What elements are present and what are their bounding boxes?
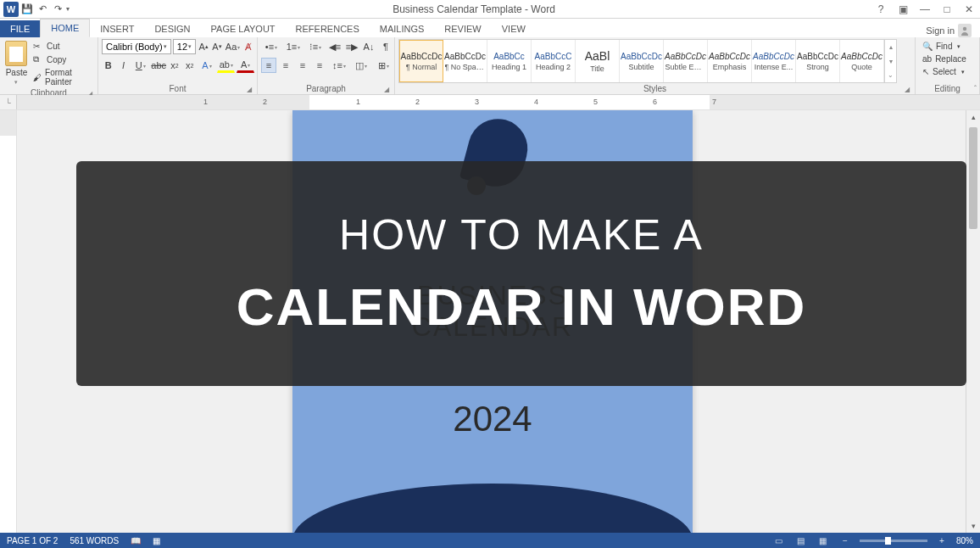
tab-mailings[interactable]: MAILINGS (370, 20, 435, 37)
read-mode-icon[interactable]: ▭ (771, 534, 787, 546)
show-marks-icon[interactable]: ¶ (378, 39, 393, 54)
font-launcher-icon[interactable]: ◢ (247, 86, 252, 93)
borders-icon[interactable]: ⊞▾ (373, 58, 393, 73)
multilevel-icon[interactable]: ⁝≡▾ (305, 39, 326, 54)
word-count[interactable]: 561 WORDS (70, 536, 119, 545)
tab-insert[interactable]: INSERT (90, 20, 144, 37)
paste-icon (5, 41, 27, 66)
maximize-icon[interactable]: □ (939, 2, 955, 17)
minimize-icon[interactable]: — (917, 2, 933, 17)
line-spacing-icon[interactable]: ↕≡▾ (329, 58, 349, 73)
superscript-icon[interactable]: x2 (183, 58, 197, 73)
web-layout-icon[interactable]: ▦ (816, 534, 831, 546)
window-title: Business Calendar Template - Word (75, 3, 873, 15)
close-icon[interactable]: ✕ (961, 2, 977, 17)
sort-icon[interactable]: A↓ (361, 39, 376, 54)
tab-review[interactable]: REVIEW (434, 20, 491, 37)
underline-icon[interactable]: U▾ (131, 58, 149, 73)
change-case-icon[interactable]: Aa▾ (225, 39, 241, 54)
highlight-icon[interactable]: ab▾ (217, 58, 235, 73)
scroll-thumb[interactable] (969, 127, 977, 229)
zoom-level[interactable]: 80% (956, 536, 973, 545)
tab-home[interactable]: HOME (40, 19, 90, 37)
scroll-up-icon[interactable]: ▴ (966, 110, 980, 124)
style-heading-1[interactable]: AaBbCcHeading 1 (487, 40, 532, 82)
justify-icon[interactable]: ≡ (312, 58, 327, 73)
clear-formatting-icon[interactable]: A̸ (242, 39, 254, 54)
style-emphasis[interactable]: AaBbCcDcEmphasis (708, 40, 752, 82)
cut-button[interactable]: ✂Cut (31, 41, 94, 52)
style-intense-e-[interactable]: AaBbCcDcIntense E... (752, 40, 796, 82)
qat-customize-icon[interactable]: ▾ (66, 5, 75, 13)
find-button[interactable]: 🔍Find▾ (919, 41, 970, 52)
spell-check-icon[interactable]: 📖 (131, 536, 141, 545)
tab-file[interactable]: FILE (0, 20, 40, 37)
copy-button[interactable]: ⧉Copy (31, 53, 94, 65)
ruler-tick: 6 (653, 98, 657, 106)
decrease-indent-icon[interactable]: ◀≡ (327, 39, 342, 54)
style-subtle-em-[interactable]: AaBbCcDcSubtle Em... (664, 40, 708, 82)
ribbon-display-icon[interactable]: ▣ (895, 2, 910, 17)
style-heading-2[interactable]: AaBbCcCHeading 2 (532, 40, 576, 82)
scissors-icon: ✂ (33, 42, 43, 51)
ruler-tick: 4 (534, 98, 538, 106)
help-icon[interactable]: ? (873, 2, 888, 17)
avatar-icon (958, 24, 972, 37)
shading-icon[interactable]: ◫▾ (351, 58, 371, 73)
strikethrough-icon[interactable]: abc (151, 58, 166, 73)
paragraph-launcher-icon[interactable]: ◢ (384, 86, 389, 93)
styles-more-icon[interactable]: ▴▾⌄ (884, 40, 896, 82)
subscript-icon[interactable]: x2 (168, 58, 181, 73)
replace-button[interactable]: abReplace (919, 53, 970, 64)
align-center-icon[interactable]: ≡ (278, 58, 293, 73)
style--normal[interactable]: AaBbCcDc¶ Normal (399, 40, 443, 82)
macro-icon[interactable]: ▦ (153, 536, 160, 545)
style--no-spac-[interactable]: AaBbCcDc¶ No Spac... (443, 40, 487, 82)
font-color-icon[interactable]: A▾ (237, 58, 254, 73)
zoom-out-icon[interactable]: − (838, 534, 853, 546)
font-family-combo[interactable]: Calibri (Body)▾ (102, 39, 171, 54)
horizontal-ruler[interactable]: └ 121234567 (0, 95, 980, 110)
redo-icon[interactable]: ↷ (51, 3, 64, 16)
style-strong[interactable]: AaBbCcDcStrong (796, 40, 840, 82)
bold-icon[interactable]: B (102, 58, 115, 73)
page-indicator[interactable]: PAGE 1 OF 2 (7, 536, 58, 545)
format-painter-button[interactable]: 🖌Format Painter (31, 67, 94, 87)
text-effects-icon[interactable]: A▾ (198, 58, 216, 73)
scroll-down-icon[interactable]: ▾ (966, 519, 980, 533)
vertical-scrollbar[interactable]: ▴ ▾ (966, 110, 980, 533)
font-size-combo[interactable]: 12▾ (173, 39, 197, 54)
paste-button[interactable]: Paste ▾ (3, 39, 30, 87)
ribbon: Paste ▾ ✂Cut ⧉Copy 🖌Format Painter Clipb… (0, 37, 980, 95)
italic-icon[interactable]: I (117, 58, 131, 73)
bullets-icon[interactable]: •≡▾ (261, 39, 281, 54)
tab-view[interactable]: VIEW (492, 20, 536, 37)
print-layout-icon[interactable]: ▤ (793, 534, 809, 546)
title-bar: W 💾 ↶ ↷ ▾ Business Calendar Template - W… (0, 0, 980, 19)
vertical-ruler[interactable] (0, 110, 17, 533)
style-title[interactable]: AaBlTitle (576, 40, 620, 82)
align-left-icon[interactable]: ≡ (261, 58, 276, 73)
collapse-ribbon-icon[interactable]: ˆ (974, 84, 977, 92)
grow-font-icon[interactable]: A▴ (198, 39, 209, 54)
numbering-icon[interactable]: 1≡▾ (283, 39, 303, 54)
style-quote[interactable]: AaBbCcDcQuote (840, 40, 884, 82)
sign-in-link[interactable]: Sign in (926, 24, 972, 37)
shrink-font-icon[interactable]: A▾ (211, 39, 223, 54)
ruler-tick: 1 (203, 98, 208, 106)
tab-page-layout[interactable]: PAGE LAYOUT (201, 20, 286, 37)
styles-launcher-icon[interactable]: ◢ (905, 86, 910, 93)
select-button[interactable]: ↖Select▾ (919, 66, 970, 77)
tab-references[interactable]: REFERENCES (286, 20, 370, 37)
group-styles: AaBbCcDc¶ NormalAaBbCcDc¶ No Spac...AaBb… (395, 37, 916, 94)
zoom-in-icon[interactable]: + (934, 534, 949, 546)
zoom-slider[interactable] (860, 540, 927, 542)
align-right-icon[interactable]: ≡ (295, 58, 310, 73)
style-subtitle[interactable]: AaBbCcDcSubtitle (620, 40, 664, 82)
tab-design[interactable]: DESIGN (144, 20, 200, 37)
undo-icon[interactable]: ↶ (36, 3, 49, 16)
svg-point-0 (963, 27, 966, 31)
ruler-tick: 1 (356, 98, 360, 106)
increase-indent-icon[interactable]: ≡▶ (344, 39, 359, 54)
save-icon[interactable]: 💾 (20, 3, 34, 16)
